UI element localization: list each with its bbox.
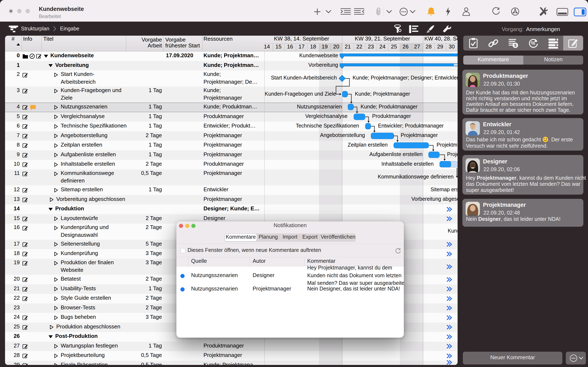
svg-text:$: $ bbox=[514, 43, 516, 48]
svg-text:%: % bbox=[531, 41, 535, 46]
